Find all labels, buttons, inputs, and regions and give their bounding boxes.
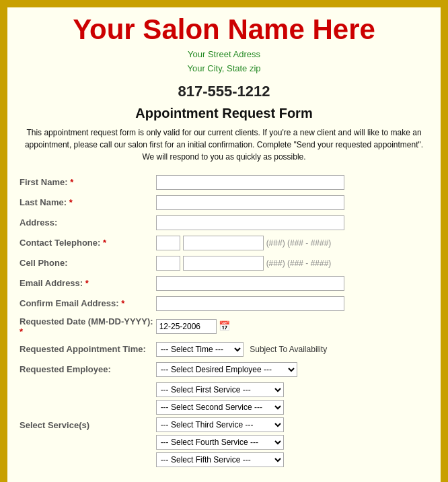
employee-select[interactable]: --- Select Desired Employee --- <box>156 362 297 377</box>
contact-telephone-group: (###) (### - ####) <box>156 236 428 250</box>
confirm-email-input[interactable] <box>156 296 344 311</box>
page-wrapper: Your Salon Name Here Your Street Adress … <box>5 5 443 482</box>
service3-select[interactable]: --- Select Third Service --- <box>156 417 284 432</box>
email-row: Email Address: * <box>18 273 430 294</box>
form-title: Appointment Request Form <box>18 106 430 121</box>
cell-number-input[interactable] <box>183 256 264 271</box>
cell-phone-group: (###) (### - ####) <box>156 256 428 271</box>
email-label: Email Address: * <box>18 273 155 294</box>
salon-phone: 817-555-1212 <box>18 83 430 100</box>
requested-date-row: Requested Date (MM-DD-YYYY): * 📅 <box>18 314 430 339</box>
cell-phone-label: Cell Phone: <box>18 253 155 273</box>
requested-employee-row: Requested Employee: --- Select Desired E… <box>18 359 430 380</box>
address-line1: Your Street Adress <box>18 48 430 62</box>
contact-number-input[interactable] <box>183 236 264 250</box>
select-services-label: Select Service(s) <box>18 380 155 471</box>
address-row: Address: <box>18 213 430 233</box>
requested-date-label: Requested Date (MM-DD-YYYY): * <box>18 314 155 339</box>
requested-time-row: Requested Appointment Time: --- Select T… <box>18 339 430 359</box>
salon-address: Your Street Adress Your City, State zip <box>18 48 430 76</box>
last-name-row: Last Name: * <box>18 193 430 213</box>
address-input[interactable] <box>156 215 344 230</box>
cell-phone-hint: (###) (### - ####) <box>266 259 332 268</box>
address-label: Address: <box>18 213 155 233</box>
cell-area-code-input[interactable] <box>156 256 180 271</box>
contact-telephone-row: Contact Telephone: * (###) (### - ####) <box>18 233 430 253</box>
email-input[interactable] <box>156 276 344 291</box>
first-name-row: First Name: * <box>18 172 430 193</box>
requested-date-input[interactable] <box>156 319 217 334</box>
form-description: This appointment request form is only va… <box>18 127 430 163</box>
confirm-email-row: Confirm Email Address: * <box>18 294 430 314</box>
service4-select[interactable]: --- Select Fourth Service --- <box>156 435 284 450</box>
cell-phone-row: Cell Phone: (###) (### - ####) <box>18 253 430 273</box>
calendar-icon[interactable]: 📅 <box>219 320 230 331</box>
requested-employee-label: Requested Employee: <box>18 359 155 380</box>
salon-name: Your Salon Name Here <box>18 14 430 45</box>
time-select[interactable]: --- Select Time --- <box>156 342 244 357</box>
last-name-label: Last Name: * <box>18 193 155 213</box>
service2-select[interactable]: --- Select Second Service --- <box>156 400 284 415</box>
availability-note: Subject To Availability <box>250 345 327 354</box>
contact-telephone-label: Contact Telephone: * <box>18 233 155 253</box>
contact-phone-hint: (###) (### - ####) <box>266 238 332 248</box>
select-services-row: Select Service(s) --- Select First Servi… <box>18 380 430 471</box>
services-column: --- Select First Service --- --- Select … <box>156 382 428 469</box>
requested-time-label: Requested Appointment Time: <box>18 339 155 359</box>
last-name-input[interactable] <box>156 195 344 210</box>
service1-select[interactable]: --- Select First Service --- <box>156 382 284 397</box>
service5-select[interactable]: --- Select Fifth Service --- <box>156 452 284 467</box>
confirm-email-label: Confirm Email Address: * <box>18 294 155 314</box>
appointment-form: First Name: * Last Name: * Addres <box>18 172 430 471</box>
first-name-input[interactable] <box>156 175 344 190</box>
contact-area-code-input[interactable] <box>156 236 180 250</box>
first-name-label: First Name: * <box>18 172 155 193</box>
address-line2: Your City, State zip <box>18 62 430 76</box>
